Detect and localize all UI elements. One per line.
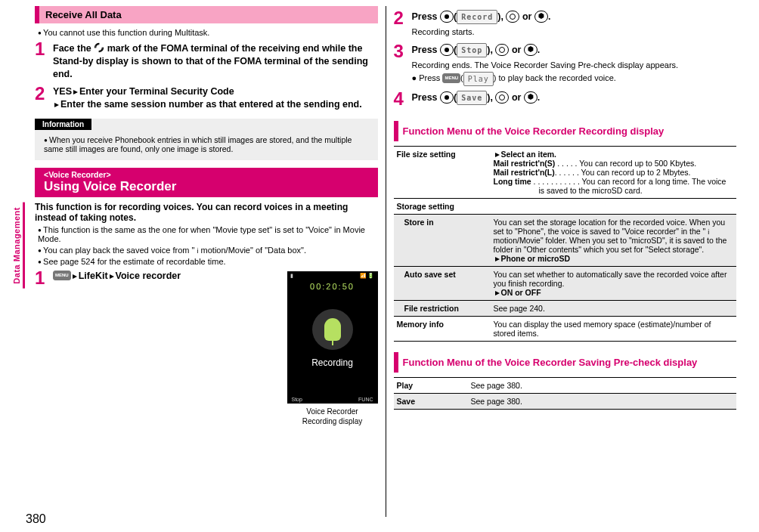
step-2: 2 YESEnter your Terminal Security Code E…: [35, 85, 378, 111]
step-sub: Recording ends. The Voice Recorder Savin…: [412, 59, 737, 72]
row-key-file-restriction: File restriction: [394, 301, 491, 317]
step-number: 2: [35, 85, 48, 111]
triangle-icon: [54, 103, 59, 107]
step-number: 2: [394, 10, 407, 39]
row-head-storage: Storage setting: [394, 199, 737, 215]
hex-key-icon: [524, 91, 537, 104]
row-val: You can display the used memory space (e…: [491, 317, 737, 342]
step-sub: Recording starts.: [412, 26, 737, 39]
step-number: 1: [35, 41, 48, 81]
voice-recorder-lead: This function is for recording voices. Y…: [35, 202, 378, 223]
row-val: You can set the storage location for the…: [491, 215, 737, 267]
receive-all-data-header: Receive All Data: [35, 6, 378, 23]
softkey-record: Record: [457, 10, 497, 24]
row-key-memory-info: Memory info: [394, 317, 491, 342]
menu-key-icon: MENU: [53, 271, 71, 280]
row-val: See page 380.: [468, 394, 737, 410]
row-key-auto-save: Auto save set: [394, 267, 491, 301]
row-val: See page 380.: [468, 378, 737, 394]
row-key-save: Save: [394, 394, 468, 410]
recording-timer: 00:20:50: [310, 282, 355, 291]
hex-key-icon: [524, 44, 537, 56]
recording-label: Recording: [311, 357, 353, 368]
voice-recorder-bullet: This function is the same as the one for…: [38, 225, 378, 243]
side-tab: Data Management: [11, 203, 25, 289]
triangle-icon: [110, 274, 114, 279]
note-multitask: You cannot use this function during Mult…: [38, 28, 378, 37]
step-number: 3: [394, 43, 407, 86]
triangle-icon: [495, 153, 500, 157]
voice-recorder-header: <Voice Recorder> Using Voice Recorder: [35, 168, 378, 197]
function-menu-table-1: File size setting Select an item. Mail r…: [394, 146, 737, 342]
information-text: When you receive Phonebook entries in wh…: [38, 135, 378, 153]
voice-recorder-bullet: You can play back the saved voice from "…: [38, 246, 378, 255]
row-val: Select an item. Mail restrict'n(S) . . .…: [491, 147, 737, 199]
center-key-icon: [440, 11, 454, 23]
fm-recording-header: Function Menu of the Voice Recorder Reco…: [394, 121, 737, 141]
hex-key-icon: [534, 11, 548, 23]
step-2-press: 2 Press (Record), or . Recording starts.: [394, 10, 737, 39]
step-4-press: 4 Press (Save), or .: [394, 91, 737, 107]
page-number: 380: [26, 512, 46, 526]
step-3-press: 3 Press (Stop), or . Recording ends. The…: [394, 43, 737, 86]
triangle-icon: [495, 257, 500, 261]
step-number: 1: [35, 270, 48, 286]
ring-key-icon: [495, 91, 509, 104]
menu-key-icon: MENU: [442, 73, 460, 83]
phone-figure: ▮📶 🔋 00:20:50 Recording StopFUNC Voice R…: [287, 271, 378, 426]
step-1: 1 Face the mark of the FOMA terminal of …: [35, 41, 378, 81]
triangle-icon: [73, 274, 77, 279]
row-val: See page 240.: [491, 301, 737, 317]
fm-precheck-header: Function Menu of the Voice Recorder Savi…: [394, 352, 737, 373]
information-label: Information: [35, 119, 91, 130]
row-key-store-in: Store in: [394, 215, 491, 267]
ring-key-icon: [506, 11, 519, 23]
triangle-icon: [495, 291, 500, 295]
step-sub: ● Press MENU(Play) to play back the reco…: [412, 72, 737, 86]
mic-icon: [312, 309, 353, 350]
center-key-icon: [440, 44, 454, 56]
softkey-play: Play: [463, 72, 494, 86]
triangle-icon: [73, 90, 78, 94]
function-menu-table-2: Play See page 380. Save See page 380.: [394, 377, 737, 410]
row-key-play: Play: [394, 378, 468, 394]
softkey-stop: Stop: [457, 43, 487, 57]
row-val: You can set whether to automatically sav…: [491, 267, 737, 301]
center-key-icon: [440, 91, 454, 104]
row-key-file-size: File size setting: [394, 147, 491, 199]
softkey-save: Save: [457, 91, 487, 105]
ring-key-icon: [495, 44, 509, 56]
step-number: 4: [394, 91, 407, 107]
information-box: Information When you receive Phonebook e…: [35, 119, 378, 160]
voice-recorder-bullet: See page 524 for the estimate of recorda…: [38, 257, 378, 266]
step-1-menu: 1 MENULifeKitVoice recorder: [35, 270, 281, 286]
